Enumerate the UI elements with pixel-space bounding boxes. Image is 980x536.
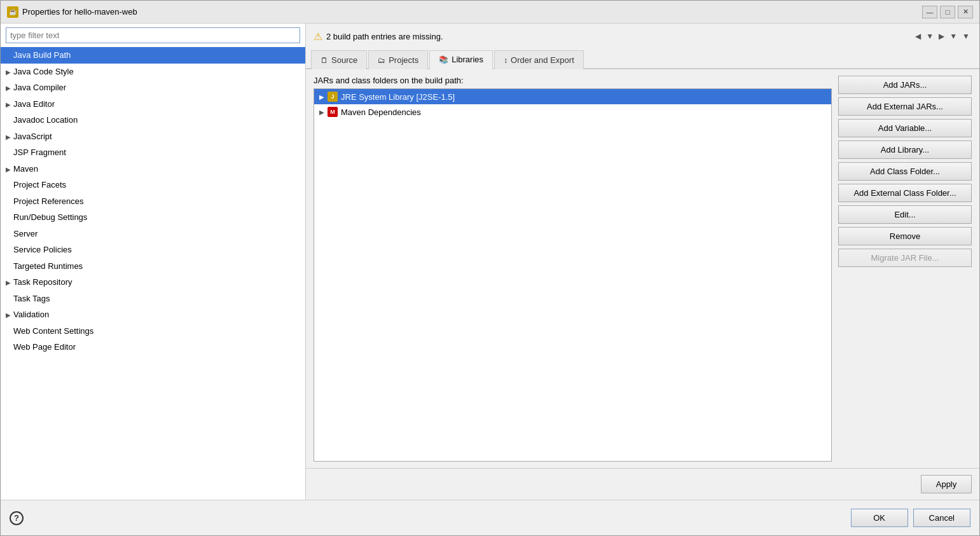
- sidebar-item-java-editor[interactable]: ▶Java Editor: [1, 96, 305, 113]
- warning-bar: ⚠ 2 build path entries are missing. ◀ ▼ …: [306, 24, 979, 49]
- libraries-panel: JARs and class folders on the build path…: [314, 76, 832, 462]
- title-controls: — □ ✕: [922, 6, 973, 18]
- tab-icon-libraries: 📚: [439, 55, 448, 64]
- sidebar-item-label-maven: Maven: [13, 164, 38, 174]
- dialog-footer: ? OK Cancel: [1, 500, 979, 535]
- tab-order-and-export[interactable]: ↕Order and Export: [494, 50, 584, 69]
- add-class-folder-button[interactable]: Add Class Folder...: [838, 162, 972, 181]
- nav-menu-button[interactable]: ▼: [960, 31, 972, 42]
- migrate-jar-file-button: Migrate JAR File...: [838, 249, 972, 267]
- jar-label-maven-dependencies: Maven Dependencies: [341, 107, 421, 117]
- nav-back-button[interactable]: ◀: [913, 31, 923, 42]
- sidebar-item-project-facets[interactable]: Project Facets: [1, 177, 305, 193]
- sidebar-item-label-project-facets: Project Facets: [13, 180, 66, 189]
- sidebar-item-server[interactable]: Server: [1, 226, 305, 242]
- sidebar-item-label-targeted-runtimes: Targeted Runtimes: [13, 261, 83, 271]
- nav-arrows: ◀ ▼ ▶ ▼ ▼: [913, 31, 972, 42]
- sidebar-item-label-javadoc-location: Javadoc Location: [13, 115, 78, 125]
- add-external-jars-button[interactable]: Add External JARs...: [838, 97, 972, 116]
- footer-buttons: OK Cancel: [851, 509, 970, 527]
- add-library-button[interactable]: Add Library...: [838, 141, 972, 159]
- sidebar-item-label-javascript: JavaScript: [13, 132, 52, 141]
- sidebar-item-java-build-path[interactable]: Java Build Path: [1, 47, 305, 64]
- sidebar-item-label-java-code-style: Java Code Style: [13, 67, 74, 76]
- sidebar-item-project-references[interactable]: Project References: [1, 193, 305, 210]
- edit-button[interactable]: Edit...: [838, 205, 972, 224]
- apply-button[interactable]: Apply: [921, 475, 972, 493]
- tab-label-order-and-export: Order and Export: [511, 55, 574, 65]
- minimize-button[interactable]: —: [922, 6, 937, 18]
- jar-item-maven-dependencies[interactable]: ▶MMaven Dependencies: [314, 104, 831, 120]
- tab-label-libraries: Libraries: [452, 55, 483, 64]
- tab-label-source: Source: [331, 55, 357, 65]
- sidebar-item-run-debug-settings[interactable]: Run/Debug Settings: [1, 209, 305, 226]
- add-variable-button[interactable]: Add Variable...: [838, 119, 972, 137]
- warning-icon: ⚠: [314, 31, 322, 43]
- sidebar-item-java-compiler[interactable]: ▶Java Compiler: [1, 79, 305, 96]
- remove-button[interactable]: Remove: [838, 227, 972, 245]
- tab-label-projects: Projects: [389, 55, 418, 65]
- title-bar: ☕ Properties for hello-maven-web — □ ✕: [1, 1, 979, 24]
- buttons-panel: Add JARs...Add External JARs...Add Varia…: [838, 76, 972, 462]
- properties-dialog: ☕ Properties for hello-maven-web — □ ✕ J…: [0, 0, 980, 536]
- left-panel: Java Build Path▶Java Code Style▶Java Com…: [1, 24, 306, 500]
- help-button[interactable]: ?: [10, 511, 24, 525]
- warning-message: 2 build path entries are missing.: [326, 32, 443, 41]
- add-external-class-folder-button[interactable]: Add External Class Folder...: [838, 184, 972, 202]
- sidebar-item-label-web-page-editor: Web Page Editor: [13, 342, 76, 352]
- nav-up-button[interactable]: ▼: [948, 31, 959, 42]
- sidebar-item-label-server: Server: [13, 229, 38, 238]
- sidebar-item-label-project-references: Project References: [13, 196, 84, 206]
- sidebar-item-label-jsp-fragment: JSP Fragment: [13, 148, 66, 157]
- jar-list: ▶JJRE System Library [J2SE-1.5]▶MMaven D…: [314, 88, 832, 462]
- sidebar-item-label-java-compiler: Java Compiler: [13, 83, 66, 92]
- sidebar-item-validation[interactable]: ▶Validation: [1, 306, 305, 323]
- tab-libraries[interactable]: 📚Libraries: [429, 50, 493, 69]
- sidebar-item-label-java-build-path: Java Build Path: [13, 50, 71, 60]
- nav-forward-button[interactable]: ▶: [937, 31, 946, 42]
- sidebar-item-task-repository[interactable]: ▶Task Repository: [1, 274, 305, 291]
- sidebar-item-label-service-policies: Service Policies: [13, 245, 72, 254]
- nav-down-button[interactable]: ▼: [924, 31, 935, 42]
- jar-label-jre-system-library: JRE System Library [J2SE-1.5]: [341, 92, 455, 102]
- panel-label: JARs and class folders on the build path…: [314, 76, 832, 85]
- sidebar-item-java-code-style[interactable]: ▶Java Code Style: [1, 64, 305, 80]
- sidebar-item-task-tags[interactable]: Task Tags: [1, 291, 305, 307]
- tab-icon-projects: 🗂: [378, 56, 385, 65]
- close-button[interactable]: ✕: [958, 6, 973, 18]
- add-jars-button[interactable]: Add JARs...: [838, 76, 972, 94]
- sidebar-item-web-page-editor[interactable]: Web Page Editor: [1, 339, 305, 355]
- sidebar-item-label-web-content-settings: Web Content Settings: [13, 326, 93, 336]
- sidebar-item-service-policies[interactable]: Service Policies: [1, 242, 305, 258]
- sidebar-item-web-content-settings[interactable]: Web Content Settings: [1, 323, 305, 340]
- tab-projects[interactable]: 🗂Projects: [368, 50, 428, 69]
- cancel-button[interactable]: Cancel: [913, 509, 970, 527]
- tab-bar: 🗒Source🗂Projects📚Libraries↕Order and Exp…: [306, 49, 979, 69]
- sidebar-item-javascript[interactable]: ▶JavaScript: [1, 128, 305, 145]
- sidebar-item-label-validation: Validation: [13, 310, 49, 319]
- sidebar-item-jsp-fragment[interactable]: JSP Fragment: [1, 144, 305, 161]
- app-icon: ☕: [7, 6, 18, 18]
- tab-source[interactable]: 🗒Source: [311, 50, 367, 69]
- jar-expand-maven-dependencies: ▶: [319, 109, 324, 116]
- sidebar-item-label-task-repository: Task Repository: [13, 277, 72, 287]
- sidebar-item-label-run-debug-settings: Run/Debug Settings: [13, 212, 87, 222]
- sidebar-item-maven[interactable]: ▶Maven: [1, 161, 305, 177]
- sidebar-item-javadoc-location[interactable]: Javadoc Location: [1, 112, 305, 128]
- ok-button[interactable]: OK: [851, 509, 908, 527]
- sidebar-item-targeted-runtimes[interactable]: Targeted Runtimes: [1, 258, 305, 275]
- content-area: JARs and class folders on the build path…: [306, 69, 979, 468]
- jar-item-jre-system-library[interactable]: ▶JJRE System Library [J2SE-1.5]: [314, 89, 831, 104]
- filter-input[interactable]: [6, 27, 300, 43]
- title-bar-left: ☕ Properties for hello-maven-web: [7, 6, 137, 18]
- tab-icon-order-and-export: ↕: [504, 56, 507, 65]
- dialog-title: Properties for hello-maven-web: [22, 7, 137, 17]
- bottom-bar: Apply: [306, 468, 979, 500]
- sidebar-item-label-java-editor: Java Editor: [13, 99, 55, 109]
- tree-area: Java Build Path▶Java Code Style▶Java Com…: [1, 47, 305, 500]
- main-content: Java Build Path▶Java Code Style▶Java Com…: [1, 24, 979, 500]
- tab-icon-source: 🗒: [321, 56, 328, 65]
- jar-icon-maven-dependencies: M: [328, 107, 338, 117]
- maximize-button[interactable]: □: [940, 6, 955, 18]
- sidebar-item-label-task-tags: Task Tags: [13, 294, 50, 303]
